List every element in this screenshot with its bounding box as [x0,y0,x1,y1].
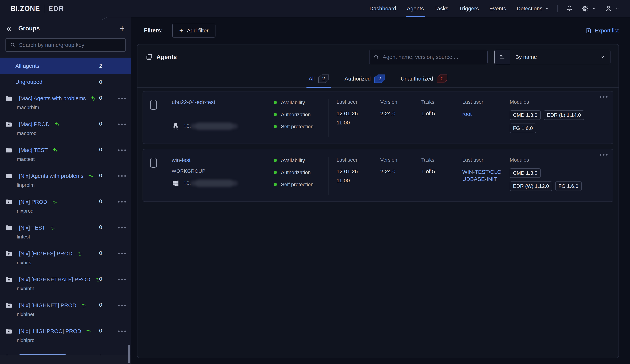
group-key: lintest [17,234,131,240]
brand-logo: BI.ZONE EDR [10,4,64,12]
groups-sidebar: « Groups + All agents 2 Ungrouped 0 [Mac… [0,17,131,364]
sparkle-icon [52,147,58,153]
nav-item-triggers[interactable]: Triggers [459,0,479,17]
sidebar-item-nixhinth[interactable]: [Nix] [HIGHNETHALF] PROD nixhinth 0 [0,271,131,297]
sidebar-item-all-agents[interactable]: All agents 2 [0,58,131,74]
main-nav: Dashboard Agents Tasks Triggers Events D… [370,0,550,17]
last-seen-date: 12.01.26 [336,168,380,175]
module-chip: CMD 1.3.0 [510,110,541,120]
sidebar-item-lintest[interactable]: [Nix] TEST lintest 0 [0,219,131,245]
agent-tasks: 1 of 5 [421,110,462,117]
sidebar-scrollbar[interactable] [128,345,130,363]
folder-star-icon [5,328,12,335]
group-menu-button[interactable] [118,227,126,228]
nav-divider [558,5,558,12]
agent-ip-prefix: 10. [184,123,191,129]
sidebar-item-macprod[interactable]: [Mac] PROD macprod 0 [0,116,131,142]
module-chip: FG 1.6.0 [555,181,582,191]
active-nav-underline [406,16,425,17]
tab-unauthorized[interactable]: Unauthorized 0 [401,70,447,87]
sidebar-item-nixprod[interactable]: [Nix] PROD nixprod 0 [0,193,131,219]
sidebar-item-nixhiprc[interactable]: [Nix] [HIGHPROC] PROD nixhiprc 0 [0,323,131,349]
add-group-button[interactable]: + [120,24,125,33]
column-label: Tasks [421,99,462,105]
sort-by-dropdown[interactable]: By name [510,50,610,64]
agent-name-link[interactable]: ubu22-04-edr-test [172,99,274,105]
sidebar-item-macprblm[interactable]: [Mac] Agents with problems macprblm 0 [0,90,131,116]
linux-icon [172,122,180,130]
user-menu-button[interactable] [605,5,620,12]
sparkle-icon [54,121,60,127]
chevron-down-icon [615,6,620,11]
group-count: 0 [95,302,106,308]
top-nav: BI.ZONE EDR Dashboard Agents Tasks Trigg… [0,0,630,17]
group-key: nixhinet [17,312,131,317]
group-menu-button[interactable] [118,98,126,99]
agent-tasks: 1 of 5 [421,168,462,175]
last-seen-date: 12.01.26 [336,110,380,117]
folder-star-icon [5,276,12,283]
sidebar-item-nixhifs[interactable]: [Nix] [HIGHFS] PROD nixhifs 0 [0,245,131,271]
agents-icon [146,53,153,61]
group-menu-button[interactable] [118,149,126,151]
last-seen-time: 11:00 [336,119,380,126]
group-key: nixhiprc [17,338,131,343]
agent-checkbox[interactable] [150,100,157,110]
agents-search-input[interactable] [383,54,483,60]
last-user-link[interactable]: root [462,110,502,117]
groups-search [6,38,126,52]
nav-item-events[interactable]: Events [490,0,506,17]
group-key: nixprod [17,208,131,214]
status-ok-dot [274,171,277,174]
group-menu-button[interactable] [118,123,126,125]
nav-item-agents[interactable]: Agents [407,0,424,17]
group-menu-button[interactable] [118,175,126,177]
notifications-button[interactable] [566,5,573,12]
sidebar-item-mactest[interactable]: [Mac] TEST mactest 0 [0,142,131,168]
add-filter-button[interactable]: + Add filter [172,24,216,37]
module-chip: CMD 1.3.0 [510,168,541,178]
nav-item-detections[interactable]: Detections [516,0,550,17]
count-badge: 2 [374,74,385,83]
status-ok-dot [274,183,277,186]
nav-item-tasks[interactable]: Tasks [434,0,448,17]
module-chip: EDR (L) 1.14.0 [544,110,584,120]
column-label: Last user [462,99,510,105]
nav-item-dashboard[interactable]: Dashboard [370,0,396,17]
sidebar-item-ungrouped[interactable]: Ungrouped 0 [0,74,131,90]
group-menu-button[interactable] [118,253,126,254]
group-key: linprblm [17,182,131,188]
sort-direction-button[interactable] [494,50,510,64]
last-seen-time: 11:00 [336,177,380,184]
agent-checkbox[interactable] [150,158,157,168]
last-user-link[interactable]: WIN-TEST\CLOUDBASE-INIT [462,168,502,183]
sidebar-item-nixhinet[interactable]: [Nix] [HIGHNET] PROD nixhinet 0 [0,297,131,323]
sparkle-icon [51,199,58,205]
agent-menu-button[interactable] [600,96,608,98]
chevron-down-icon [600,54,605,60]
search-icon [10,42,16,48]
user-icon [605,5,612,12]
column-label: Tasks [421,157,462,163]
tab-all[interactable]: All 2 [308,70,329,87]
group-menu-button[interactable] [118,305,126,306]
settings-button[interactable] [582,5,596,12]
agent-name-link[interactable]: win-test [172,157,274,163]
group-menu-button[interactable] [118,331,126,332]
group-count: 2 [95,63,106,69]
tab-authorized[interactable]: Authorized 2 [344,70,385,87]
sidebar-title: Groups [18,25,40,32]
group-menu-button[interactable] [118,201,126,203]
sparkle-icon [76,250,83,257]
groups-search-input[interactable] [19,42,122,48]
brand-product: EDR [48,5,64,12]
agent-tabs: All 2 Authorized 2 Unauthorized 0 [138,70,618,88]
sidebar-item-linprblm[interactable]: [Nix] Agents with problems linprblm 0 [0,168,131,193]
agent-menu-button[interactable] [600,154,608,156]
agent-version: 2.24.0 [380,168,421,175]
filters-label: Filters: [144,27,163,34]
group-count: 0 [95,95,106,101]
group-menu-button[interactable] [118,279,126,280]
export-list-button[interactable]: Export list [585,27,619,34]
collapse-sidebar-icon[interactable]: « [6,24,11,32]
